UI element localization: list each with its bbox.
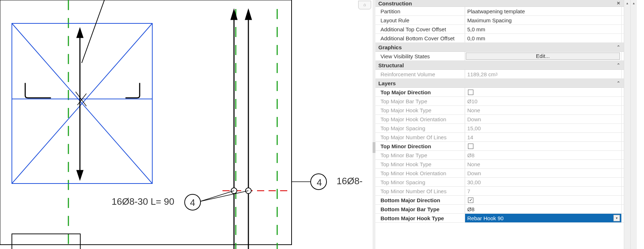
label: Top Major Direction [375, 88, 465, 96]
value[interactable]: Ø8 [465, 151, 622, 159]
value-view-visibility: Edit... [465, 52, 622, 60]
value-partition[interactable]: Plaatwapening template [465, 7, 622, 15]
panel-scrollbar-right-inner[interactable]: ▴ [624, 0, 630, 249]
label: Additional Bottom Cover Offset [375, 34, 465, 42]
svg-marker-11 [77, 29, 83, 37]
row-top-major-bar-type: Top Major Bar Type Ø10 [375, 97, 637, 106]
value[interactable]: None [465, 106, 622, 114]
value-bottom-major-hook-type[interactable]: Rebar Hook 90 ▾ [465, 214, 622, 222]
svg-line-13 [82, 0, 104, 63]
value-add-bot-cover[interactable]: 0,0 mm [465, 34, 622, 42]
checkbox-unchecked[interactable] [468, 144, 473, 149]
scroll-up-icon[interactable]: ▴ [624, 0, 630, 6]
label: Top Minor Hook Orientation [375, 169, 465, 177]
value-reinforcement-volume: 1189,28 cm3 [465, 70, 622, 78]
value[interactable]: 15,00 [465, 124, 622, 132]
edit-button[interactable]: Edit... [466, 53, 620, 60]
view-control-button[interactable]: ⌂ [358, 1, 371, 9]
row-top-minor-nlines: Top Minor Number Of Lines 7 [375, 187, 637, 196]
label: Reinforcement Volume [375, 70, 465, 78]
row-top-minor-spacing: Top Minor Spacing 30,00 [375, 178, 637, 187]
group-label: Construction [378, 0, 412, 6]
checkbox-unchecked[interactable] [468, 90, 473, 95]
svg-line-22 [200, 191, 248, 202]
value-bottom-major-direction[interactable]: ✓ [465, 196, 622, 204]
row-reinforcement-volume: Reinforcement Volume 1189,28 cm3 [375, 70, 637, 79]
value[interactable]: 14 [465, 133, 622, 141]
panel-scrollbar-right-outer[interactable]: ▴ [630, 0, 637, 249]
group-label: Structural [378, 62, 404, 68]
label: Top Minor Bar Type [375, 151, 465, 159]
label: Top Minor Spacing [375, 178, 465, 186]
svg-line-21 [200, 191, 234, 202]
svg-rect-26 [12, 234, 80, 249]
rebar-annotation-right: 16Ø8- [337, 176, 362, 187]
label: Bottom Major Hook Type [375, 214, 465, 222]
drawing-canvas[interactable]: 16Ø8-30 L= 90 4 4 16Ø8- ⌂ [0, 0, 373, 249]
rebar-annotation-center: 16Ø8-30 L= 90 [112, 196, 174, 207]
label: Bottom Major Direction [375, 196, 465, 204]
row-top-minor-hook-type: Top Minor Hook Type None [375, 160, 637, 169]
label: View Visibility States [375, 52, 465, 60]
row-partition: Partition Plaatwapening template [375, 7, 637, 16]
row-bottom-major-direction: Bottom Major Direction ✓ [375, 196, 637, 205]
panel-scrollbar-left[interactable] [373, 0, 375, 249]
value[interactable]: None [465, 160, 622, 168]
row-bottom-major-hook-type: Bottom Major Hook Type Rebar Hook 90 ▾ [375, 214, 637, 223]
chevron-icon: ⌃ [617, 63, 620, 68]
properties-panel: Construction ✕ Partition Plaatwapening t… [373, 0, 637, 249]
row-top-major-hook-type: Top Major Hook Type None [375, 106, 637, 115]
value-top-major-direction[interactable] [465, 88, 622, 96]
row-top-major-hook-orientation: Top Major Hook Orientation Down [375, 115, 637, 124]
row-view-visibility: View Visibility States Edit... [375, 52, 637, 61]
label: Layout Rule [375, 16, 465, 24]
group-header-layers[interactable]: Layers ⌃ [375, 79, 637, 88]
chevron-icon: ✕ [617, 1, 620, 6]
row-add-bot-cover: Additional Bottom Cover Offset 0,0 mm [375, 34, 637, 43]
value[interactable]: Ø10 [465, 97, 622, 105]
value-layout-rule[interactable]: Maximum Spacing [465, 16, 622, 24]
row-bottom-major-bar-type: Bottom Major Bar Type Ø8 [375, 205, 637, 214]
value[interactable]: Down [465, 169, 622, 177]
chevron-icon: ⌃ [617, 45, 620, 50]
label: Top Major Bar Type [375, 97, 465, 105]
value[interactable]: 7 [465, 187, 622, 195]
row-top-major-spacing: Top Major Spacing 15,00 [375, 124, 637, 133]
row-top-minor-hook-orientation: Top Minor Hook Orientation Down [375, 169, 637, 178]
scroll-thumb[interactable] [373, 142, 375, 153]
label: Top Major Spacing [375, 124, 465, 132]
label: Top Major Hook Orientation [375, 115, 465, 123]
group-header-structural[interactable]: Structural ⌃ [375, 61, 637, 70]
label: Top Minor Direction [375, 142, 465, 150]
row-layout-rule: Layout Rule Maximum Spacing [375, 16, 637, 25]
label: Top Major Hook Type [375, 106, 465, 114]
label: Top Minor Hook Type [375, 160, 465, 168]
row-top-major-direction: Top Major Direction [375, 88, 637, 97]
checkbox-checked[interactable]: ✓ [468, 198, 473, 203]
row-top-major-nlines: Top Major Number Of Lines 14 [375, 133, 637, 142]
callout-bubble-a: 4 [187, 197, 198, 208]
group-header-graphics[interactable]: Graphics ⌃ [375, 43, 637, 52]
value[interactable]: Down [465, 115, 622, 123]
row-top-minor-bar-type: Top Minor Bar Type Ø8 [375, 151, 637, 160]
group-label: Graphics [378, 44, 402, 50]
row-top-minor-direction: Top Minor Direction [375, 142, 637, 151]
scroll-up-icon[interactable]: ▴ [631, 0, 637, 6]
label: Partition [375, 7, 465, 15]
label: Additional Top Cover Offset [375, 25, 465, 33]
row-add-top-cover: Additional Top Cover Offset 5,0 mm [375, 25, 637, 34]
label: Bottom Major Bar Type [375, 205, 465, 213]
dropdown-icon[interactable]: ▾ [613, 215, 620, 221]
value-add-top-cover[interactable]: 5,0 mm [465, 25, 622, 33]
chevron-icon: ⌃ [617, 81, 620, 86]
label: Top Major Number Of Lines [375, 133, 465, 141]
callout-bubble-b: 4 [314, 177, 325, 188]
group-label: Layers [378, 80, 396, 86]
value[interactable]: Ø8 [465, 205, 622, 213]
svg-marker-17 [246, 10, 251, 19]
label: Top Minor Number Of Lines [375, 187, 465, 195]
value-top-minor-direction[interactable] [465, 142, 622, 150]
value[interactable]: 30,00 [465, 178, 622, 186]
group-header-construction[interactable]: Construction ✕ [375, 0, 637, 7]
svg-marker-12 [77, 171, 83, 179]
